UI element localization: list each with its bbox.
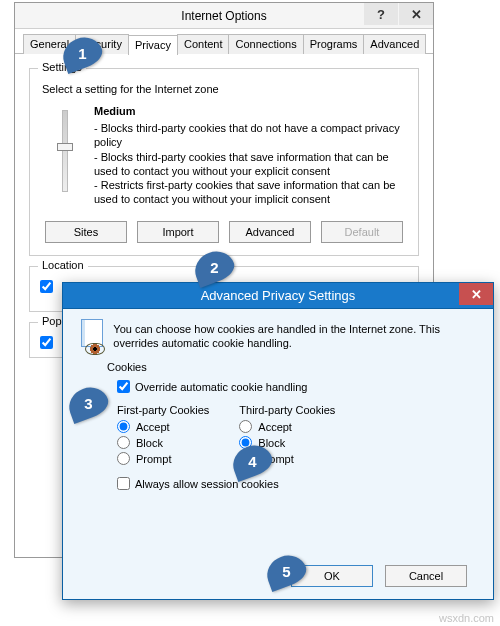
fp-prompt-label: Prompt xyxy=(136,453,171,465)
help-button[interactable]: ? xyxy=(364,3,398,25)
adv-close-button[interactable]: ✕ xyxy=(459,283,493,305)
cancel-button[interactable]: Cancel xyxy=(385,565,467,587)
bullet-2: - Blocks third-party cookies that save i… xyxy=(94,150,408,179)
fp-prompt-radio[interactable] xyxy=(117,452,130,465)
privacy-slider[interactable] xyxy=(63,111,67,191)
sites-button[interactable]: Sites xyxy=(45,221,127,243)
cookies-label: Cookies xyxy=(107,361,477,373)
third-party-title: Third-party Cookies xyxy=(239,404,335,416)
tp-accept-label: Accept xyxy=(258,421,292,433)
session-cookies-label: Always allow session cookies xyxy=(135,478,279,490)
zone-description: Select a setting for the Internet zone xyxy=(42,83,408,95)
default-button: Default xyxy=(321,221,403,243)
level-bullets: - Blocks third-party cookies that do not… xyxy=(94,121,408,207)
tab-content[interactable]: Content xyxy=(177,34,230,54)
titlebar: Internet Options ? ✕ xyxy=(15,3,433,29)
first-party-title: First-party Cookies xyxy=(117,404,209,416)
override-checkbox[interactable] xyxy=(117,380,130,393)
bullet-3: - Restricts first-party cookies that sav… xyxy=(94,178,408,207)
tab-privacy[interactable]: Privacy xyxy=(128,35,178,55)
tab-programs[interactable]: Programs xyxy=(303,34,365,54)
tp-accept-radio[interactable] xyxy=(239,420,252,433)
settings-group: Settings Select a setting for the Intern… xyxy=(29,68,419,256)
bullet-1: - Blocks third-party cookies that do not… xyxy=(94,121,408,150)
adv-titlebar: Advanced Privacy Settings ✕ xyxy=(63,283,493,309)
privacy-icon xyxy=(79,319,103,353)
close-button[interactable]: ✕ xyxy=(399,3,433,25)
slider-thumb[interactable] xyxy=(57,143,73,151)
first-party-column: First-party Cookies Accept Block Prompt xyxy=(117,404,209,468)
tab-advanced[interactable]: Advanced xyxy=(363,34,426,54)
adv-title: Advanced Privacy Settings xyxy=(201,288,356,303)
location-group-label: Location xyxy=(38,259,88,271)
adv-intro-text: You can choose how cookies are handled i… xyxy=(113,322,477,351)
adv-intro: You can choose how cookies are handled i… xyxy=(79,319,477,353)
level-block: Medium - Blocks third-party cookies that… xyxy=(94,105,408,207)
privacy-slider-track xyxy=(40,105,90,191)
settings-button-row: Sites Import Advanced Default xyxy=(40,221,408,243)
fp-accept-label: Accept xyxy=(136,421,170,433)
adv-client: You can choose how cookies are handled i… xyxy=(63,309,493,599)
advanced-privacy-dialog: Advanced Privacy Settings ✕ You can choo… xyxy=(62,282,494,600)
override-label: Override automatic cookie handling xyxy=(135,381,307,393)
fp-block-radio[interactable] xyxy=(117,436,130,449)
session-cookies-checkbox[interactable] xyxy=(117,477,130,490)
watermark: wsxdn.com xyxy=(439,612,494,624)
cookies-columns: First-party Cookies Accept Block Prompt … xyxy=(117,404,477,468)
location-checkbox[interactable] xyxy=(40,280,53,293)
fp-block-label: Block xyxy=(136,437,163,449)
tab-connections[interactable]: Connections xyxy=(228,34,303,54)
window-title: Internet Options xyxy=(181,9,266,23)
fp-accept-radio[interactable] xyxy=(117,420,130,433)
import-button[interactable]: Import xyxy=(137,221,219,243)
level-name: Medium xyxy=(94,105,408,117)
popup-checkbox[interactable] xyxy=(40,336,53,349)
advanced-button[interactable]: Advanced xyxy=(229,221,311,243)
